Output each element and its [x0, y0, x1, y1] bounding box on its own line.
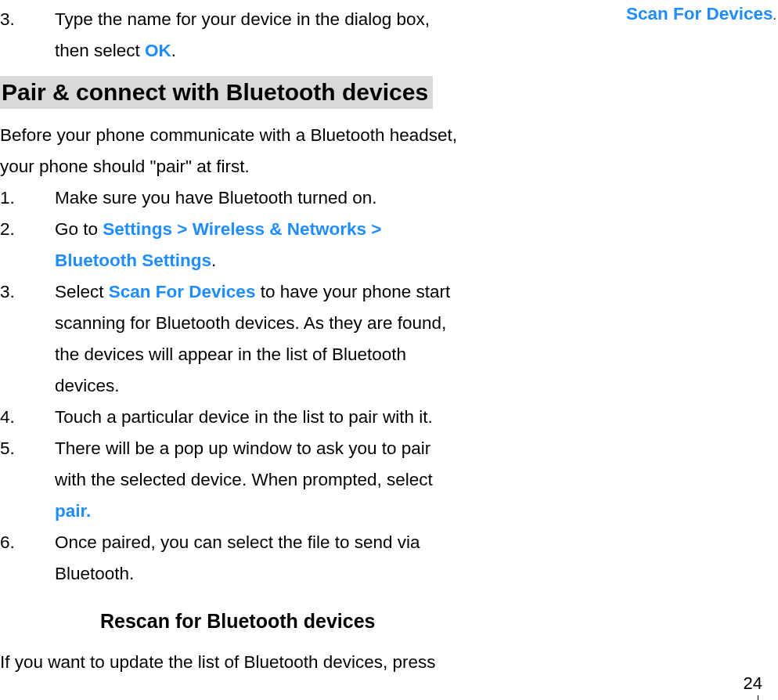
- ui-path-link[interactable]: Scan For Devices: [109, 282, 256, 301]
- scan-for-devices-link[interactable]: Scan For Devices: [626, 4, 773, 23]
- list-number: 3.: [0, 276, 55, 308]
- text-segment: .: [171, 41, 176, 60]
- list-item: 5.There will be a pop up window to ask y…: [0, 433, 470, 527]
- list-item: 4.Touch a particular device in the list …: [0, 402, 470, 433]
- list-content: Touch a particular device in the list to…: [55, 402, 470, 433]
- text-segment: Once paired, you can select the file to …: [55, 532, 420, 583]
- text-segment: Touch a particular device in the list to…: [55, 407, 433, 427]
- list-number: 2.: [0, 214, 55, 245]
- text-segment: Select: [55, 282, 109, 301]
- list-item: 3. Type the name for your device in the …: [0, 4, 470, 67]
- rescan-heading: Rescan for Bluetooth devices: [0, 610, 470, 633]
- text-segment: There will be a pop up window to ask you…: [55, 438, 433, 489]
- page-number: 24: [744, 673, 762, 694]
- list-number: 5.: [0, 433, 55, 464]
- ok-link[interactable]: OK: [145, 41, 171, 60]
- intro-text: Before your phone communicate with a Blu…: [0, 120, 470, 182]
- closing-text: If you want to update the list of Blueto…: [0, 647, 470, 678]
- list-item: 6.Once paired, you can select the file t…: [0, 527, 470, 590]
- pair-connect-heading: Pair & connect with Bluetooth devices: [0, 76, 433, 109]
- list-item: 1.Make sure you have Bluetooth turned on…: [0, 182, 470, 214]
- list-number: 4.: [0, 402, 55, 433]
- list-content: Go to Settings > Wireless & Networks > B…: [55, 214, 470, 276]
- text-segment: Go to: [55, 219, 103, 239]
- list-content: Select Scan For Devices to have your pho…: [55, 276, 470, 402]
- period: .: [773, 9, 776, 22]
- ui-path-link[interactable]: pair.: [55, 501, 91, 521]
- list-item: 3.Select Scan For Devices to have your p…: [0, 276, 470, 402]
- tick-mark: [758, 695, 758, 700]
- list-content: There will be a pop up window to ask you…: [55, 433, 470, 527]
- text-segment: .: [211, 251, 216, 270]
- main-column: 3. Type the name for your device in the …: [0, 0, 470, 700]
- items-list: 1.Make sure you have Bluetooth turned on…: [0, 182, 470, 590]
- list-item: 2.Go to Settings > Wireless & Networks >…: [0, 214, 470, 276]
- list-number: 6.: [0, 527, 55, 558]
- text-segment: Type the name for your device in the dia…: [55, 9, 430, 60]
- list-content: Once paired, you can select the file to …: [55, 527, 470, 590]
- text-segment: Make sure you have Bluetooth turned on.: [55, 188, 377, 207]
- list-number: 3.: [0, 4, 55, 35]
- page-container: 3. Type the name for your device in the …: [0, 0, 778, 700]
- list-number: 1.: [0, 182, 55, 214]
- list-content: Make sure you have Bluetooth turned on.: [55, 182, 470, 214]
- list-content: Type the name for your device in the dia…: [55, 4, 470, 67]
- ui-path-link[interactable]: Settings > Wireless & Networks > Bluetoo…: [55, 219, 381, 270]
- right-column: Scan For Devices.: [470, 0, 778, 700]
